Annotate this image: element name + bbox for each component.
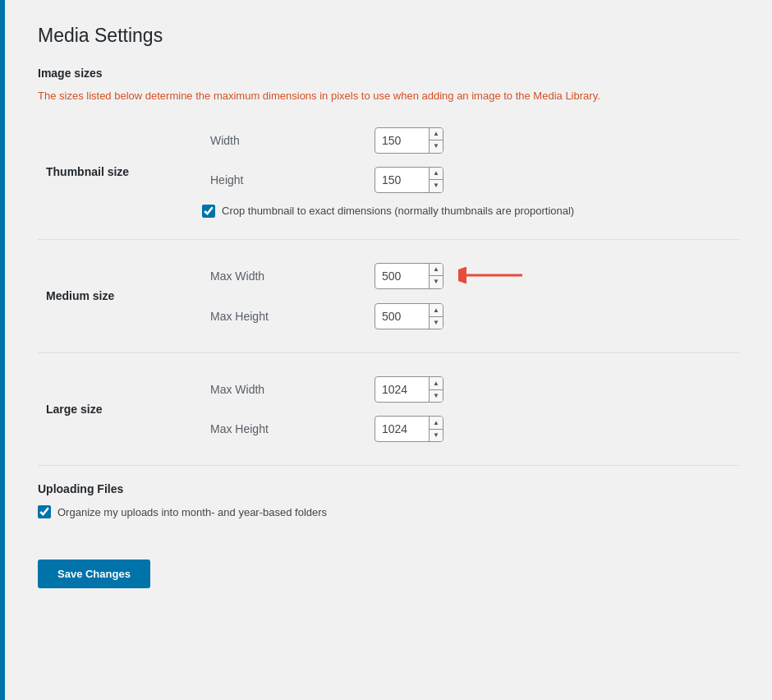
thumbnail-width-input-wrapper: ▲ ▼ [375, 127, 443, 154]
uploading-section-title: Uploading Files [38, 482, 739, 495]
medium-max-width-row: Medium size Max Width ▲ ▼ [38, 256, 739, 297]
large-max-height-spinner-down[interactable]: ▼ [430, 430, 443, 442]
large-max-width-label: Max Width [210, 383, 264, 396]
organize-uploads-text: Organize my uploads into month- and year… [57, 506, 327, 518]
medium-max-height-spinner: ▲ ▼ [429, 304, 443, 329]
large-max-width-row: Large size Max Width ▲ ▼ [38, 370, 739, 409]
medium-max-height-input-wrapper: ▲ ▼ [375, 303, 443, 329]
save-changes-button[interactable]: Save Changes [38, 560, 150, 588]
large-max-width-spinner-down[interactable]: ▼ [430, 390, 443, 403]
organize-uploads-checkbox[interactable] [38, 505, 51, 518]
thumbnail-crop-label[interactable]: Crop thumbnail to exact dimensions (norm… [202, 205, 731, 218]
medium-max-width-label: Max Width [210, 269, 264, 283]
page-title: Media Settings [38, 25, 739, 47]
organize-uploads-label[interactable]: Organize my uploads into month- and year… [38, 505, 739, 518]
divider-after-medium [38, 352, 739, 353]
divider-after-large [38, 465, 739, 466]
large-size-label: Large size [46, 403, 102, 416]
thumbnail-crop-text: Crop thumbnail to exact dimensions (norm… [222, 205, 574, 217]
large-max-width-spinner: ▲ ▼ [429, 377, 443, 402]
thumbnail-height-spinner-up[interactable]: ▲ [430, 168, 443, 181]
thumbnail-height-spinner: ▲ ▼ [429, 168, 443, 192]
thumbnail-size-label: Thumbnail size [46, 165, 129, 178]
medium-max-height-label: Max Height [210, 310, 269, 323]
large-max-height-input-wrapper: ▲ ▼ [375, 416, 443, 442]
medium-size-label: Medium size [46, 289, 114, 302]
medium-max-width-input-wrapper: ▲ ▼ [375, 263, 443, 289]
image-sizes-section-title: Image sizes [38, 67, 739, 80]
thumbnail-height-spinner-down[interactable]: ▼ [430, 180, 443, 192]
thumbnail-width-spinner: ▲ ▼ [429, 128, 443, 153]
medium-max-width-spinner: ▲ ▼ [429, 264, 443, 288]
thumbnail-height-input[interactable] [375, 169, 429, 191]
thumbnail-width-row: Thumbnail size Width ▲ ▼ [38, 121, 739, 160]
thumbnail-crop-checkbox[interactable] [202, 205, 215, 218]
large-max-width-input[interactable] [375, 379, 429, 400]
thumbnail-size-table: Thumbnail size Width ▲ ▼ [38, 121, 739, 223]
thumbnail-width-label: Width [210, 134, 240, 147]
thumbnail-width-input[interactable] [375, 130, 429, 151]
medium-max-width-spinner-down[interactable]: ▼ [430, 276, 443, 288]
thumbnail-height-label: Height [210, 173, 243, 187]
medium-max-height-spinner-down[interactable]: ▼ [430, 317, 443, 329]
large-max-height-label: Max Height [210, 422, 269, 435]
large-size-table: Large size Max Width ▲ ▼ [38, 370, 739, 449]
thumbnail-height-input-wrapper: ▲ ▼ [375, 167, 443, 193]
medium-max-height-spinner-up[interactable]: ▲ [430, 304, 443, 317]
large-max-width-spinner-up[interactable]: ▲ [430, 377, 443, 390]
thumbnail-width-spinner-up[interactable]: ▲ [430, 128, 443, 141]
medium-max-width-spinner-up[interactable]: ▲ [430, 264, 443, 277]
divider-after-thumbnail [38, 239, 739, 240]
medium-max-height-input[interactable] [375, 306, 429, 327]
red-arrow-indicator [458, 263, 524, 290]
large-max-height-spinner: ▲ ▼ [429, 417, 443, 441]
thumbnail-width-spinner-down[interactable]: ▼ [430, 140, 443, 153]
large-max-height-spinner-up[interactable]: ▲ [430, 417, 443, 430]
large-max-width-input-wrapper: ▲ ▼ [375, 376, 443, 403]
image-sizes-description: The sizes listed below determine the max… [38, 88, 739, 104]
large-max-height-input[interactable] [375, 418, 429, 440]
medium-size-table: Medium size Max Width ▲ ▼ [38, 256, 739, 337]
medium-max-width-input[interactable] [375, 265, 429, 287]
